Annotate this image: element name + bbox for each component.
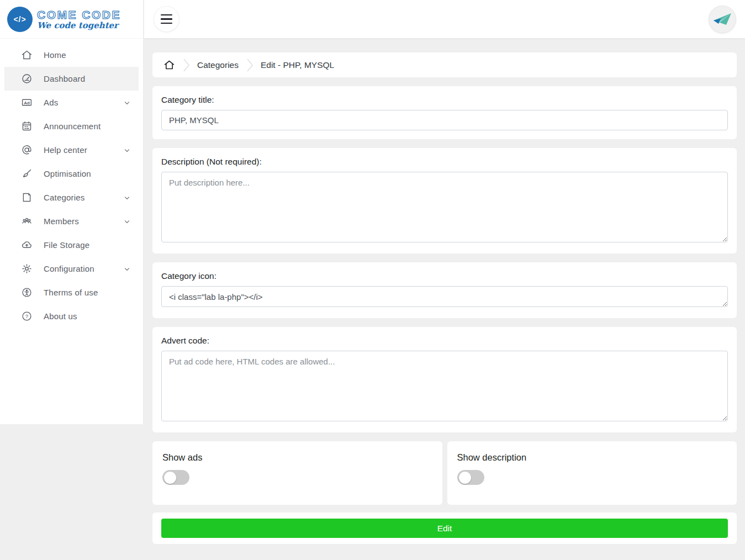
- category-title-card: Category title:: [152, 86, 737, 139]
- show-description-label: Show description: [457, 452, 727, 463]
- breadcrumb-separator-icon: [245, 58, 254, 72]
- sidebar-item-label: About us: [44, 311, 131, 321]
- submit-card: Edit: [152, 513, 737, 544]
- sidebar-item-label: Categories: [44, 193, 123, 202]
- ads-icon: Ad: [21, 97, 33, 108]
- categories-icon: [21, 192, 33, 203]
- sidebar-item-help-center[interactable]: Help center: [4, 138, 139, 162]
- sidebar-item-file-storage[interactable]: File Storage: [4, 233, 139, 257]
- hamburger-icon: [161, 18, 172, 19]
- brand-title: COME CODE: [37, 9, 121, 20]
- dashboard-icon: [21, 73, 33, 84]
- toggle-knob: [459, 472, 471, 484]
- chevron-down-icon[interactable]: [123, 99, 131, 107]
- toggles-row: Show ads Show description: [152, 441, 737, 505]
- breadcrumb-home-icon[interactable]: [163, 59, 175, 71]
- main-content: Categories Edit - PHP, MYSQL Category ti…: [152, 52, 737, 553]
- chevron-down-icon[interactable]: [123, 218, 131, 225]
- sidebar-menu: Home Dashboard Ad Ads Announcement: [0, 39, 143, 328]
- sidebar-item-label: Announcement: [44, 121, 131, 131]
- category-icon-input[interactable]: <i class="lab la-php"></i>: [161, 286, 728, 307]
- brand-logo-icon: </>: [7, 7, 33, 32]
- sidebar-item-optimisation[interactable]: Optimisation: [4, 162, 139, 186]
- about-us-icon: ?: [21, 310, 33, 322]
- sidebar-item-label: File Storage: [44, 240, 131, 250]
- sidebar-item-label: Configuration: [44, 264, 123, 273]
- show-ads-toggle[interactable]: [162, 470, 189, 485]
- configuration-icon: [21, 263, 33, 274]
- hamburger-menu-button[interactable]: [154, 6, 179, 32]
- category-title-label: Category title:: [161, 95, 728, 105]
- breadcrumb: Categories Edit - PHP, MYSQL: [152, 52, 737, 77]
- description-card: Description (Not required):: [152, 148, 737, 253]
- show-ads-label: Show ads: [162, 452, 432, 463]
- file-storage-icon: [21, 239, 33, 251]
- category-icon-card: Category icon: <i class="lab la-php"></i…: [152, 262, 737, 318]
- sidebar-item-label: Dashboard: [44, 74, 131, 83]
- announcement-icon: [21, 120, 33, 132]
- description-label: Description (Not required):: [161, 157, 728, 167]
- show-description-card: Show description: [447, 441, 737, 505]
- sidebar: </> COME CODE We code togehter Home Dash…: [0, 0, 144, 424]
- sidebar-item-dashboard[interactable]: Dashboard: [4, 67, 139, 91]
- members-icon: [21, 215, 33, 227]
- category-title-input[interactable]: [161, 110, 728, 130]
- sidebar-item-about-us[interactable]: ? About us: [4, 304, 139, 328]
- home-icon: [21, 49, 33, 61]
- advert-code-card: Advert code:: [152, 327, 737, 432]
- sidebar-item-configuration[interactable]: Configuration: [4, 257, 139, 281]
- topbar: [144, 0, 745, 39]
- breadcrumb-item-categories[interactable]: Categories: [197, 60, 239, 70]
- help-center-icon: [21, 144, 33, 156]
- sidebar-item-label: Ads: [44, 98, 123, 107]
- user-avatar[interactable]: [709, 6, 736, 33]
- hamburger-icon: [161, 23, 172, 24]
- hamburger-icon: [161, 14, 172, 15]
- brand[interactable]: </> COME CODE We code togehter: [0, 0, 143, 39]
- brand-tagline: We code togehter: [37, 22, 121, 30]
- svg-text:Ad: Ad: [24, 101, 30, 105]
- category-icon-label: Category icon:: [161, 271, 728, 281]
- optimisation-icon: [21, 168, 33, 179]
- therms-of-use-icon: [21, 287, 33, 298]
- show-description-toggle[interactable]: [457, 470, 484, 485]
- breadcrumb-separator-icon: [182, 58, 191, 72]
- sidebar-item-therms-of-use[interactable]: Therms of use: [4, 281, 139, 304]
- chevron-down-icon[interactable]: [123, 194, 131, 202]
- show-ads-card: Show ads: [152, 441, 442, 505]
- sidebar-item-label: Help center: [44, 145, 123, 155]
- sidebar-item-categories[interactable]: Categories: [4, 186, 139, 209]
- edit-submit-button[interactable]: Edit: [161, 519, 728, 538]
- sidebar-item-label: Home: [44, 50, 131, 60]
- sidebar-item-label: Therms of use: [44, 288, 131, 297]
- sidebar-item-label: Members: [44, 216, 123, 226]
- sidebar-item-ads[interactable]: Ad Ads: [4, 91, 139, 114]
- description-textarea[interactable]: [161, 172, 728, 242]
- sidebar-item-label: Optimisation: [44, 169, 131, 178]
- sidebar-item-home[interactable]: Home: [4, 43, 139, 67]
- advert-code-textarea[interactable]: [161, 351, 728, 421]
- svg-text:?: ?: [25, 313, 28, 319]
- advert-code-label: Advert code:: [161, 336, 728, 346]
- sidebar-item-announcement[interactable]: Announcement: [4, 114, 139, 138]
- paper-plane-icon: [712, 12, 732, 27]
- chevron-down-icon[interactable]: [123, 146, 131, 154]
- toggle-knob: [164, 472, 176, 484]
- chevron-down-icon[interactable]: [123, 265, 131, 273]
- breadcrumb-item-current: Edit - PHP, MYSQL: [261, 60, 334, 70]
- brand-text: COME CODE We code togehter: [37, 9, 121, 30]
- sidebar-item-members[interactable]: Members: [4, 209, 139, 233]
